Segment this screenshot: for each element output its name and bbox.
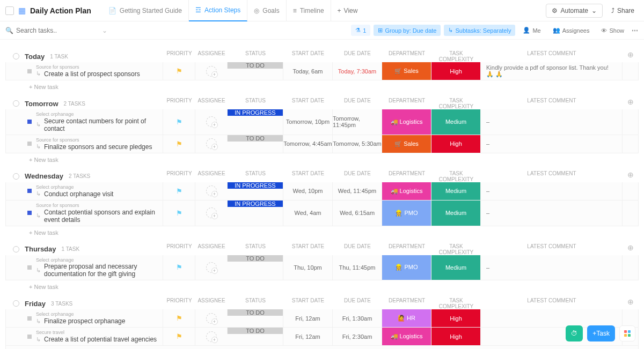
department-cell[interactable]: 🙋 HR (382, 309, 431, 327)
comment-cell[interactable]: Kindly provide a pdf of sponsor list. Th… (480, 62, 622, 80)
status-cell[interactable]: IN PROGRESS (227, 182, 283, 189)
task-row[interactable]: Select orphanage ↳Finalize prospect orph… (5, 309, 639, 328)
assignee-cell[interactable] (195, 255, 227, 280)
search-collapse[interactable]: ⌄ (100, 25, 109, 36)
status-cell[interactable]: TO DO (227, 309, 283, 316)
search-box[interactable]: 🔍 (5, 27, 97, 34)
task-row[interactable]: Select orphanage ↳Secure contact numbers… (5, 109, 639, 135)
complexity-cell[interactable]: High (431, 328, 480, 345)
add-column[interactable]: ⊕ (623, 98, 639, 109)
complexity-cell[interactable]: High (431, 135, 480, 153)
assignee-cell[interactable] (195, 135, 227, 153)
priority-cell[interactable]: ⚑ (163, 109, 195, 135)
new-task-button[interactable]: + Task (587, 325, 615, 341)
status-cell[interactable]: TO DO (227, 328, 283, 334)
department-cell[interactable]: 🛒 Sales (382, 135, 431, 153)
task-row[interactable]: Select orphanage ↳Conduct orphanage visi… (5, 182, 639, 201)
comment-cell[interactable]: – (480, 201, 622, 226)
automate-button[interactable]: ⚙Automate⌄ (546, 4, 603, 18)
due-date-cell[interactable]: Tomorrow, 5:30am (332, 135, 382, 153)
group-toggle[interactable] (13, 173, 19, 180)
due-date-cell[interactable]: Tomorrow, 11:45pm (332, 109, 382, 135)
add-view-button[interactable]: +View (331, 7, 364, 14)
due-date-cell[interactable]: Fri, 1:30am (332, 309, 382, 327)
share-button[interactable]: ⤴Share (607, 4, 639, 17)
complexity-cell[interactable]: Medium (431, 109, 480, 135)
timer-button[interactable]: ⏱ (566, 325, 583, 341)
due-date-cell[interactable]: Wed, 11:45pm (332, 182, 382, 200)
new-task-link[interactable]: + New task (5, 226, 639, 236)
assignee-cell[interactable] (195, 328, 227, 345)
new-task-link[interactable]: + New task (5, 80, 639, 90)
group-toggle[interactable] (13, 300, 19, 307)
due-date-cell[interactable]: Today, 7:30am (332, 62, 382, 80)
task-status-square[interactable] (27, 142, 32, 146)
apps-button[interactable] (619, 325, 635, 341)
start-date-cell[interactable]: Tomorrow, 10pm (283, 109, 332, 135)
filter-pill[interactable]: ⚗1 (351, 25, 370, 36)
group-toggle[interactable] (13, 53, 19, 60)
tab-goals[interactable]: ◎Goals (247, 0, 286, 21)
status-cell[interactable]: IN PROGRESS (227, 109, 283, 116)
task-status-square[interactable] (27, 211, 32, 215)
tab-timeline[interactable]: ≡Timeline (287, 0, 331, 21)
add-column[interactable]: ⊕ (623, 298, 639, 309)
subtasks-pill[interactable]: ↳Subtasks: Separately (444, 25, 515, 36)
start-date-cell[interactable]: Today, 6am (283, 62, 332, 80)
show-pill[interactable]: 👁Show (597, 25, 628, 36)
task-status-square[interactable] (27, 189, 32, 193)
search-input[interactable] (16, 27, 97, 34)
add-column[interactable]: ⊕ (623, 50, 639, 62)
priority-cell[interactable]: ⚑ (163, 255, 195, 280)
comment-cell[interactable]: – (480, 182, 622, 200)
department-cell[interactable]: 🚚 Logistics (382, 328, 431, 345)
priority-cell[interactable]: ⚑ (163, 182, 195, 200)
priority-cell[interactable]: ⚑ (163, 201, 195, 226)
task-row[interactable]: Hire catering service provider (5, 346, 639, 349)
task-row[interactable]: Source for sponsors ↳Finalize sponsors a… (5, 135, 639, 153)
task-status-square[interactable] (27, 120, 32, 124)
task-row[interactable]: Source for sponsors ↳Create a list of pr… (5, 62, 639, 80)
new-task-link[interactable]: + New task (5, 153, 639, 163)
due-date-cell[interactable]: Fri, 2:30am (332, 328, 382, 345)
task-row[interactable]: Select orphanage ↳Prepare proposal and n… (5, 255, 639, 281)
tab-getting-started[interactable]: 📄Getting Started Guide (102, 0, 189, 21)
me-pill[interactable]: 👤Me (518, 25, 545, 36)
task-status-square[interactable] (27, 265, 32, 270)
assignee-cell[interactable] (195, 62, 227, 80)
department-cell[interactable]: 👷 PMO (382, 201, 431, 226)
priority-cell[interactable]: ⚑ (163, 62, 195, 80)
assignee-cell[interactable] (195, 201, 227, 226)
start-date-cell[interactable]: Wed, 4am (283, 201, 332, 226)
task-status-square[interactable] (27, 69, 32, 73)
department-cell[interactable]: 👷 PMO (382, 255, 431, 280)
complexity-cell[interactable]: Medium (431, 201, 480, 226)
start-date-cell[interactable]: Tomorrow, 4:45am (283, 135, 332, 153)
comment-cell[interactable]: – (480, 135, 622, 153)
department-cell[interactable]: 🛒 Sales (382, 62, 431, 80)
status-cell[interactable]: TO DO (227, 62, 283, 69)
comment-cell[interactable]: – (480, 109, 622, 135)
assignee-cell[interactable] (195, 309, 227, 327)
complexity-cell[interactable]: High (431, 309, 480, 327)
add-column[interactable]: ⊕ (623, 243, 639, 255)
due-date-cell[interactable]: Thu, 11:45pm (332, 255, 382, 280)
priority-cell[interactable]: ⚑ (163, 135, 195, 153)
start-date-cell[interactable]: Wed, 10pm (283, 182, 332, 200)
start-date-cell[interactable]: Fri, 12am (283, 309, 332, 327)
groupby-pill[interactable]: ⊞Group by: Due date (374, 25, 441, 36)
priority-cell[interactable]: ⚑ (163, 328, 195, 345)
start-date-cell[interactable]: Fri, 12am (283, 328, 332, 345)
department-cell[interactable]: 🚚 Logistics (382, 182, 431, 200)
more-menu[interactable]: ⋯ (632, 27, 639, 34)
new-task-link[interactable]: + New task (5, 280, 639, 290)
priority-cell[interactable]: ⚑ (163, 309, 195, 327)
comment-cell[interactable] (480, 309, 622, 327)
due-date-cell[interactable]: Wed, 6:15am (332, 201, 382, 226)
assignees-pill[interactable]: 👥Assignees (548, 25, 594, 36)
tab-action-steps[interactable]: ☲Action Steps (189, 0, 247, 21)
group-toggle[interactable] (13, 246, 19, 253)
complexity-cell[interactable]: Medium (431, 182, 480, 200)
status-cell[interactable]: TO DO (227, 135, 283, 142)
task-status-square[interactable] (27, 316, 32, 321)
